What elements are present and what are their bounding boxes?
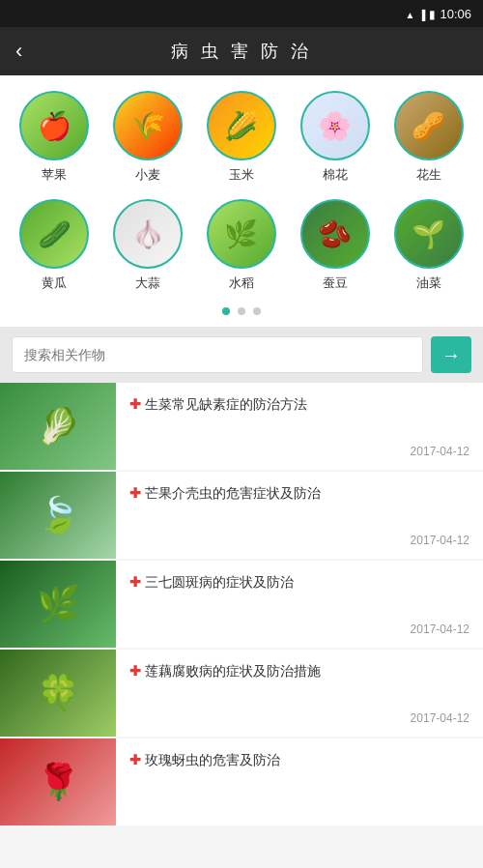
crop-circle-cucumber: 🥒 — [19, 199, 89, 269]
crop-label-rape: 油菜 — [416, 275, 441, 292]
crop-circle-garlic: 🧄 — [113, 199, 183, 269]
crop-circle-peanut: 🥜 — [394, 91, 464, 160]
pea-emoji: 🫘 — [318, 218, 352, 250]
article-item-1[interactable]: 🥬 ✚ 生菜常见缺素症的防治方法 2017-04-12 — [0, 383, 483, 470]
crop-item-apple[interactable]: 🍎 苹果 — [15, 91, 93, 184]
back-button[interactable]: ‹ — [15, 39, 54, 64]
article-date-3: 2017-04-12 — [129, 622, 469, 636]
dot-2[interactable] — [238, 307, 245, 315]
search-button[interactable]: → — [431, 336, 471, 373]
article-thumb-1: 🥬 — [0, 383, 116, 470]
article-item-2[interactable]: 🍃 ✚ 芒果介壳虫的危害症状及防治 2017-04-12 — [0, 472, 483, 559]
article-content-2: ✚ 芒果介壳虫的危害症状及防治 2017-04-12 — [116, 472, 483, 559]
search-input[interactable] — [12, 336, 423, 373]
crop-label-cucumber: 黄瓜 — [42, 275, 67, 292]
article-content-4: ✚ 莲藕腐败病的症状及防治措施 2017-04-12 — [116, 650, 483, 737]
crop-row-2: 🥒 黄瓜 🧄 大蒜 🌿 水稻 🫘 蚕豆 🌱 油菜 — [8, 199, 475, 292]
pagination-dots — [8, 307, 475, 315]
article-title-1: ✚ 生菜常见缺素症的防治方法 — [129, 394, 469, 415]
rice-emoji: 🌿 — [224, 218, 258, 250]
article-date-4: 2017-04-12 — [129, 711, 469, 725]
article-thumb-3: 🌿 — [0, 561, 116, 648]
status-bar-right: 10:06 — [405, 7, 471, 21]
article-date-1: 2017-04-12 — [129, 445, 469, 458]
thumb-image-5: 🌹 — [0, 738, 116, 825]
crop-circle-rape: 🌱 — [394, 199, 464, 269]
article-title-2: ✚ 芒果介壳虫的危害症状及防治 — [129, 483, 469, 504]
crop-item-pea[interactable]: 🫘 蚕豆 — [297, 199, 374, 292]
crop-item-rape[interactable]: 🌱 油菜 — [390, 199, 468, 292]
crop-item-garlic[interactable]: 🧄 大蒜 — [109, 199, 186, 292]
wifi-icon — [405, 7, 414, 21]
article-title-3: ✚ 三七圆斑病的症状及防治 — [129, 572, 469, 593]
crop-label-pea: 蚕豆 — [323, 275, 348, 292]
cross-icon-4: ✚ — [129, 661, 141, 681]
article-date-2: 2017-04-12 — [129, 534, 469, 547]
cross-icon-5: ✚ — [129, 750, 141, 770]
cucumber-emoji: 🥒 — [38, 218, 71, 250]
crop-label-cotton: 棉花 — [323, 166, 348, 184]
crop-item-corn[interactable]: 🌽 玉米 — [203, 91, 280, 184]
crop-circle-apple: 🍎 — [19, 91, 89, 160]
search-arrow-icon: → — [441, 344, 461, 366]
article-list: 🥬 ✚ 生菜常见缺素症的防治方法 2017-04-12 🍃 ✚ 芒果介壳虫的危害… — [0, 383, 483, 825]
article-title-4: ✚ 莲藕腐败病的症状及防治措施 — [129, 661, 469, 681]
article-content-5: ✚ 玫瑰蚜虫的危害及防治 — [116, 738, 483, 825]
crop-item-cotton[interactable]: 🌸 棉花 — [297, 91, 374, 184]
cross-icon-3: ✚ — [129, 572, 141, 593]
crop-item-wheat[interactable]: 🌾 小麦 — [109, 91, 186, 184]
article-content-3: ✚ 三七圆斑病的症状及防治 2017-04-12 — [116, 561, 483, 648]
article-thumb-5: 🌹 — [0, 738, 116, 825]
crop-row-1: 🍎 苹果 🌾 小麦 🌽 玉米 🌸 棉花 🥜 花生 — [8, 91, 475, 184]
crop-label-wheat: 小麦 — [135, 166, 160, 184]
apple-emoji: 🍎 — [38, 110, 71, 142]
crop-label-peanut: 花生 — [416, 166, 441, 184]
thumb-image-3: 🌿 — [0, 561, 116, 648]
page-title: 病 虫 害 防 治 — [54, 40, 429, 63]
thumb-image-1: 🥬 — [0, 383, 116, 470]
crop-label-apple: 苹果 — [42, 166, 67, 184]
header: ‹ 病 虫 害 防 治 — [0, 27, 483, 75]
cotton-emoji: 🌸 — [318, 110, 352, 142]
time-display: 10:06 — [440, 7, 471, 21]
status-bar: 10:06 — [0, 0, 483, 27]
battery-icon — [429, 7, 436, 21]
crop-label-rice: 水稻 — [229, 275, 254, 292]
cross-icon-2: ✚ — [129, 483, 141, 504]
article-title-5: ✚ 玫瑰蚜虫的危害及防治 — [129, 750, 469, 770]
crop-circle-rice: 🌿 — [207, 199, 276, 269]
dot-1[interactable] — [222, 307, 230, 315]
peanut-emoji: 🥜 — [412, 110, 445, 142]
article-item-4[interactable]: 🍀 ✚ 莲藕腐败病的症状及防治措施 2017-04-12 — [0, 650, 483, 737]
corn-emoji: 🌽 — [224, 110, 258, 142]
crop-circle-pea: 🫘 — [300, 199, 370, 269]
crop-item-rice[interactable]: 🌿 水稻 — [203, 199, 280, 292]
thumb-image-2: 🍃 — [0, 472, 116, 559]
thumb-image-4: 🍀 — [0, 650, 116, 737]
dot-3[interactable] — [253, 307, 261, 315]
article-thumb-2: 🍃 — [0, 472, 116, 559]
crop-circle-corn: 🌽 — [207, 91, 276, 160]
article-content-1: ✚ 生菜常见缺素症的防治方法 2017-04-12 — [116, 383, 483, 470]
crop-item-cucumber[interactable]: 🥒 黄瓜 — [15, 199, 93, 292]
crop-circle-wheat: 🌾 — [113, 91, 183, 160]
crop-section: 🍎 苹果 🌾 小麦 🌽 玉米 🌸 棉花 🥜 花生 — [0, 75, 483, 327]
crop-circle-cotton: 🌸 — [300, 91, 370, 160]
crop-label-garlic: 大蒜 — [135, 275, 160, 292]
search-section: → — [0, 327, 483, 383]
cross-icon-1: ✚ — [129, 394, 141, 415]
article-item-3[interactable]: 🌿 ✚ 三七圆斑病的症状及防治 2017-04-12 — [0, 561, 483, 648]
wheat-emoji: 🌾 — [131, 110, 165, 142]
garlic-emoji: 🧄 — [131, 218, 165, 250]
article-item-5[interactable]: 🌹 ✚ 玫瑰蚜虫的危害及防治 — [0, 738, 483, 825]
crop-label-corn: 玉米 — [229, 166, 254, 184]
signal-icon — [418, 7, 425, 21]
rape-emoji: 🌱 — [412, 218, 445, 250]
crop-item-peanut[interactable]: 🥜 花生 — [390, 91, 468, 184]
article-thumb-4: 🍀 — [0, 650, 116, 737]
